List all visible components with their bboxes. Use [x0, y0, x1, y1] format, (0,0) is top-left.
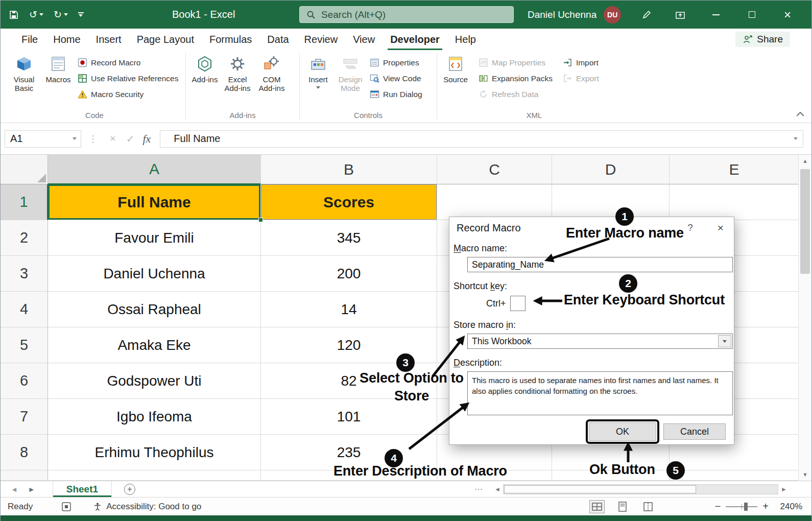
minimize-button[interactable]: [708, 1, 724, 29]
cell-b4[interactable]: 14: [261, 292, 437, 327]
row-header-4[interactable]: 4: [1, 292, 48, 327]
cell-a3[interactable]: Daniel Uchenna: [48, 256, 261, 292]
formula-input[interactable]: Full Name: [160, 130, 803, 148]
visual-basic-button[interactable]: Visual Basic: [8, 52, 40, 93]
row-header-1[interactable]: 1: [1, 184, 48, 220]
cell[interactable]: [552, 470, 670, 481]
macro-security-button[interactable]: Macro Security: [76, 89, 180, 100]
record-macro-button[interactable]: Record Macro: [76, 57, 180, 68]
zoom-slider[interactable]: [726, 503, 757, 511]
dialog-title-bar[interactable]: Record Macro ? ×: [449, 217, 734, 239]
close-button[interactable]: ×: [780, 1, 795, 29]
search-input[interactable]: [321, 9, 507, 20]
cell-a5[interactable]: Amaka Eke: [48, 327, 261, 363]
cell[interactable]: [670, 470, 799, 481]
refresh-data-button[interactable]: Refresh Data: [477, 89, 554, 100]
scroll-up-button[interactable]: ▲: [799, 155, 811, 167]
cell-b6[interactable]: 82: [261, 363, 437, 399]
collapse-ribbon-button[interactable]: [796, 109, 804, 119]
row-header-partial[interactable]: [1, 470, 48, 481]
cell-e1[interactable]: [670, 184, 799, 220]
cell-b5[interactable]: 120: [261, 327, 437, 363]
cancel-button[interactable]: Cancel: [663, 423, 726, 440]
customize-quick-access-button[interactable]: [78, 12, 84, 17]
source-button[interactable]: Source: [441, 52, 470, 84]
horizontal-scrollbar[interactable]: ◄ ►: [492, 484, 790, 495]
tab-page-layout[interactable]: Page Layout: [129, 29, 202, 50]
tab-review[interactable]: Review: [297, 29, 346, 50]
tab-view[interactable]: View: [345, 29, 383, 50]
ribbon-display-button[interactable]: [673, 1, 688, 29]
tab-data[interactable]: Data: [259, 29, 296, 50]
macro-name-input[interactable]: [467, 257, 733, 272]
accessibility-status-button[interactable]: Accessibility: Good to go: [93, 502, 201, 512]
insert-function-button[interactable]: fx: [142, 132, 151, 146]
cell-b1[interactable]: Scores: [261, 184, 437, 220]
description-textarea[interactable]: This macro is used to separate names int…: [467, 371, 733, 415]
row-header-6[interactable]: 6: [1, 363, 48, 399]
maximize-button[interactable]: [744, 1, 759, 29]
dialog-close-button[interactable]: ×: [718, 222, 724, 234]
expansion-packs-button[interactable]: Expansion Packs: [477, 73, 554, 84]
export-button[interactable]: Export: [561, 73, 601, 84]
cell-a1[interactable]: Full Name: [48, 184, 261, 220]
share-button[interactable]: Share: [735, 32, 790, 47]
macros-button[interactable]: Macros: [42, 52, 75, 84]
scroll-down-button[interactable]: ▼: [799, 468, 811, 481]
cell-b2[interactable]: 345: [261, 220, 437, 256]
cell-a8[interactable]: Erhimu Theophilus: [48, 435, 261, 470]
insert-control-button[interactable]: Insert: [304, 52, 332, 89]
horizontal-scrollbar-track[interactable]: [503, 484, 778, 494]
fill-handle[interactable]: [258, 218, 263, 222]
zoom-level[interactable]: 240%: [776, 502, 802, 512]
more-icon[interactable]: ⋯: [474, 484, 483, 494]
tab-insert[interactable]: Insert: [88, 29, 129, 50]
row-header-3[interactable]: 3: [1, 256, 48, 292]
use-relative-references-button[interactable]: Use Relative References: [76, 73, 180, 84]
new-sheet-button[interactable]: +: [124, 484, 135, 495]
resize-handle-icon[interactable]: ⋮: [88, 133, 98, 145]
cell-a6[interactable]: Godspower Uti: [48, 363, 261, 399]
zoom-slider-thumb[interactable]: [744, 503, 748, 511]
cell[interactable]: [48, 470, 261, 481]
row-header-5[interactable]: 5: [1, 327, 48, 363]
sheet-tab-sheet1[interactable]: Sheet1: [53, 481, 112, 497]
cell-a2[interactable]: Favour Emili: [48, 220, 261, 256]
run-dialog-button[interactable]: Run Dialog: [368, 89, 424, 100]
dialog-help-button[interactable]: ?: [687, 222, 693, 233]
next-sheet-button[interactable]: ►: [28, 485, 35, 493]
redo-button[interactable]: ↻: [54, 10, 68, 19]
store-macro-select[interactable]: This Workbook: [467, 334, 733, 349]
normal-view-button[interactable]: [589, 500, 605, 513]
cell-a4[interactable]: Ossai Rapheal: [48, 292, 261, 327]
column-header-d[interactable]: D: [552, 155, 670, 184]
addins-button[interactable]: Add-ins: [190, 52, 220, 84]
vertical-scrollbar[interactable]: ▲ ▼: [798, 155, 811, 481]
search-bar[interactable]: [299, 6, 514, 23]
column-header-e[interactable]: E: [670, 155, 799, 184]
confirm-entry-button[interactable]: ✓: [126, 133, 135, 145]
page-break-view-button[interactable]: [640, 500, 656, 513]
cell[interactable]: [437, 470, 552, 481]
combo-dropdown-button[interactable]: [718, 335, 731, 347]
horizontal-scrollbar-thumb[interactable]: [504, 485, 696, 493]
cell[interactable]: [261, 470, 437, 481]
cell-b3[interactable]: 200: [261, 256, 437, 292]
row-header-8[interactable]: 8: [1, 435, 48, 470]
cell-d1[interactable]: [552, 184, 670, 220]
design-mode-button[interactable]: Design Mode: [334, 52, 367, 93]
row-header-7[interactable]: 7: [1, 399, 48, 435]
column-header-b[interactable]: B: [261, 155, 437, 184]
page-layout-view-button[interactable]: [615, 500, 630, 513]
avatar[interactable]: DU: [604, 6, 621, 23]
excel-addins-button[interactable]: Excel Add-ins: [221, 52, 254, 93]
cell-c1[interactable]: [437, 184, 552, 220]
name-box[interactable]: A1: [5, 130, 81, 148]
inking-button[interactable]: [639, 1, 654, 29]
select-all-corner[interactable]: [1, 155, 48, 184]
shortcut-key-input[interactable]: [510, 296, 526, 311]
save-button[interactable]: [9, 10, 19, 20]
properties-button[interactable]: Properties: [368, 57, 424, 68]
tab-home[interactable]: Home: [45, 29, 88, 50]
previous-sheet-button[interactable]: ◄: [11, 485, 18, 493]
